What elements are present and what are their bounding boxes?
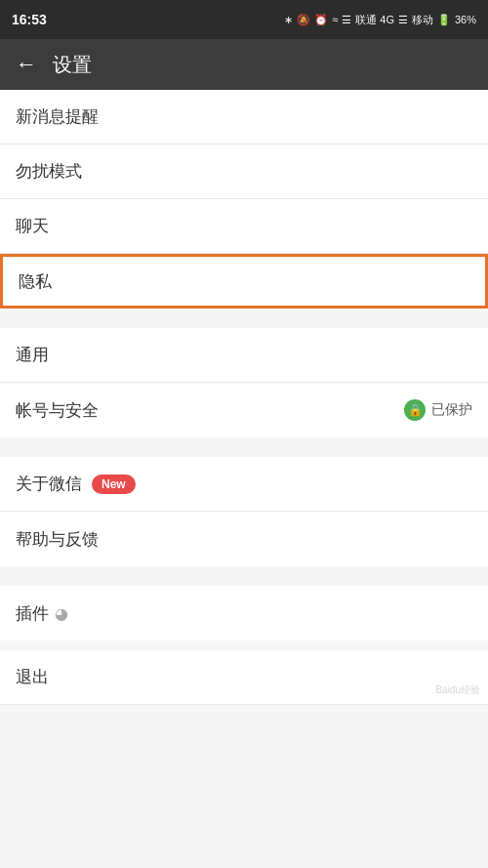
bluetooth-icon: ∗ [284, 14, 293, 26]
settings-group-5: 退出 Baidu经验 [0, 650, 488, 705]
menu-item-chat[interactable]: 聊天 [0, 199, 488, 254]
signal-icon1: ☰ [342, 14, 351, 26]
section-gap-2 [0, 437, 488, 447]
wifi-icon: ≈ [332, 14, 338, 25]
plugins-label: 插件 [16, 602, 49, 625]
chat-label: 聊天 [16, 215, 49, 237]
settings-group-1: 新消息提醒 勿扰模式 聊天 隐私 [0, 90, 488, 309]
protected-label: 已保护 [431, 401, 472, 419]
settings-group-3: 关于微信 New 帮助与反馈 [0, 457, 488, 566]
settings-group-4: 插件 ◕ [0, 586, 488, 641]
carrier2-label: 移动 [412, 13, 433, 27]
account-label: 帐号与安全 [16, 399, 99, 422]
new-badge: New [92, 475, 136, 494]
logout-label: 退出 [16, 666, 49, 688]
about-label: 关于微信 [16, 473, 82, 495]
menu-item-notifications[interactable]: 新消息提醒 [0, 90, 488, 145]
menu-item-privacy[interactable]: 隐私 [0, 254, 488, 309]
page-title: 设置 [53, 52, 92, 78]
battery-icon: 🔋 [437, 14, 451, 26]
general-label: 通用 [16, 344, 49, 366]
status-bar: 16:53 ∗ 🔕 ⏰ ≈ ☰ 联通 4G ☰ 移动 🔋 36% [0, 0, 488, 39]
dnd-label: 勿扰模式 [16, 160, 82, 183]
account-right: 🔒 已保护 [404, 399, 472, 421]
signal-icon2: ☰ [398, 14, 408, 26]
baidu-watermark: Baidu经验 [435, 683, 480, 697]
section-gap-4 [0, 641, 488, 650]
carrier1-label: 联通 4G [355, 13, 394, 27]
lock-icon: 🔒 [404, 399, 426, 421]
menu-item-dnd[interactable]: 勿扰模式 [0, 145, 488, 199]
menu-item-account[interactable]: 帐号与安全 🔒 已保护 [0, 383, 488, 437]
menu-item-general[interactable]: 通用 [0, 328, 488, 383]
compass-icon: ◕ [55, 604, 68, 623]
help-label: 帮助与反馈 [16, 528, 99, 551]
status-time: 16:53 [12, 12, 47, 27]
section-gap-1 [0, 309, 488, 318]
back-button[interactable]: ← [16, 52, 37, 77]
privacy-label: 隐私 [19, 270, 52, 293]
menu-item-help[interactable]: 帮助与反馈 [0, 512, 488, 566]
section-gap-3 [0, 566, 488, 576]
alarm-icon: ⏰ [314, 14, 328, 26]
notifications-label: 新消息提醒 [16, 105, 99, 128]
settings-group-2: 通用 帐号与安全 🔒 已保护 [0, 328, 488, 437]
status-icons: ∗ 🔕 ⏰ ≈ ☰ 联通 4G ☰ 移动 🔋 36% [284, 13, 476, 27]
app-header: ← 设置 [0, 39, 488, 90]
settings-content: 新消息提醒 勿扰模式 聊天 隐私 通用 帐号与安全 🔒 已保护 [0, 90, 488, 705]
silent-icon: 🔕 [297, 14, 310, 26]
battery-percent: 36% [455, 14, 476, 25]
menu-item-plugins[interactable]: 插件 ◕ [0, 586, 488, 641]
menu-item-about[interactable]: 关于微信 New [0, 457, 488, 512]
menu-item-logout[interactable]: 退出 [0, 650, 488, 705]
